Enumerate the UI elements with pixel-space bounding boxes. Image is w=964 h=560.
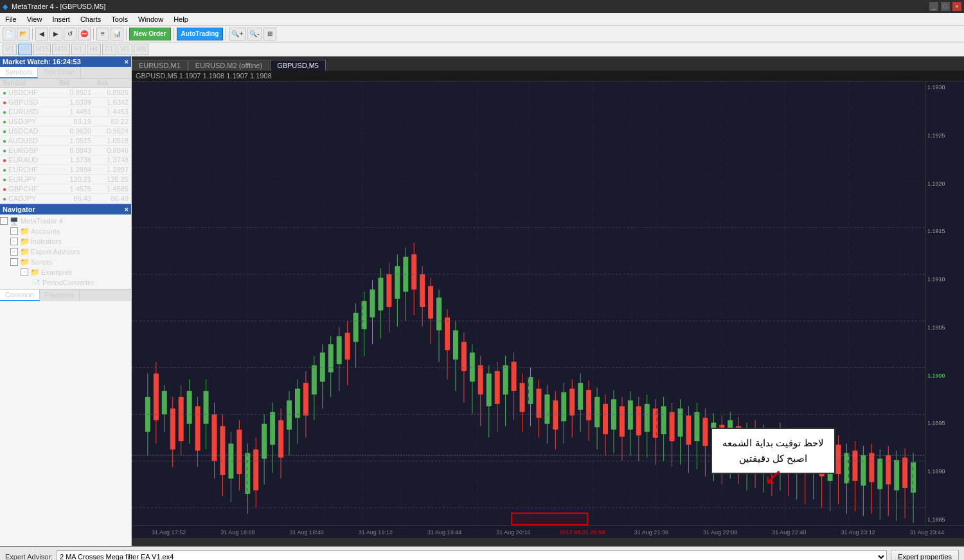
mw-bid: 1.4575 [57,184,94,194]
svg-rect-91 [512,362,517,390]
nav-tab-common[interactable]: Common [0,290,40,301]
market-watch-row[interactable]: ● EURGBP 0.8843 0.8846 [0,146,131,155]
menu-charts[interactable]: Charts [78,15,103,23]
market-watch-row[interactable]: ● EURAUD 1.3736 1.3748 [0,155,131,165]
svg-rect-109 [586,390,591,420]
maximize-button[interactable]: □ [941,2,950,11]
svg-rect-63 [395,266,400,299]
expert-properties-button[interactable]: Expert properties [891,550,959,560]
folder-icon-examples: 📁 [30,268,40,277]
tb-separator-4 [174,28,174,40]
chart-header: GBPUSD,M5 1.1907 1.1908 1.1907 1.1908 [132,71,964,82]
prop-button[interactable]: ≡ [96,28,109,40]
main-content: Market Watch: 16:24:53 × Symbols Tick Ch… [0,57,964,546]
tree-scripts[interactable]: - 📁 Scripts [0,257,131,267]
tf-d1[interactable]: D1 [102,44,116,55]
chart-tab-eurusd-m1[interactable]: EURUSD,M1 [132,60,188,71]
market-watch-row[interactable]: ● USDCHF 0.8921 0.8925 [0,88,131,98]
tf-w1[interactable]: W1 [118,44,132,55]
chart-tab-gbpusd-m5[interactable]: GBPUSD,M5 [270,60,326,71]
market-watch-row[interactable]: ● CADJPY 86.43 86.49 [0,194,131,204]
tf-m1[interactable]: M1 [3,44,17,55]
zoom-out-button[interactable]: 🔍- [247,28,262,40]
market-watch-row[interactable]: ● EURUSD 1.4451 1.4453 [0,107,131,117]
chart-scrollbar[interactable] [132,538,964,546]
tf-mn[interactable]: MN [134,44,149,55]
svg-rect-27 [245,453,250,494]
mw-symbol: ● AUDUSD [0,136,57,146]
market-watch-row[interactable]: ● AUDUSD 1.0515 1.0518 [0,136,131,146]
tf-h4[interactable]: H4 [87,44,101,55]
tree-root[interactable]: - 🖥️ MetaTrader 4 [0,216,131,226]
market-watch-row[interactable]: ● USDJPY 83.19 83.22 [0,117,131,127]
tree-expand-scripts[interactable]: - [10,258,18,266]
new-order-button[interactable]: New Order [129,28,171,40]
minimize-button[interactable]: _ [929,2,938,11]
chart-props-button[interactable]: ⊞ [263,28,276,40]
tree-indicators[interactable]: + 📁 Indicators [0,236,131,247]
svg-rect-85 [486,374,492,407]
folder-icon-scripts: 📁 [19,258,30,267]
autotrading-button[interactable]: AutoTrading [177,28,224,40]
tree-expand-root[interactable]: - [0,217,8,225]
time-label-2: 31 Aug 18:08 [203,529,272,536]
new-chart-button[interactable]: 📄 [3,28,15,40]
svg-rect-113 [603,404,608,434]
time-label-11: 31 Aug 23:44 [893,529,961,536]
mw-bid: 120.21 [57,175,94,184]
menu-help[interactable]: Help [171,15,191,23]
tree-expand-ea[interactable]: + [10,248,18,256]
tree-expand-examples[interactable]: + [21,268,28,276]
tree-root-label: MetaTrader 4 [21,217,63,225]
market-watch-row[interactable]: ● GBPCHF 1.4575 1.4585 [0,184,131,194]
mw-ask: 1.3748 [94,155,131,165]
tf-m15[interactable]: M15 [33,44,51,55]
market-watch-close[interactable]: × [125,58,129,66]
market-watch-row[interactable]: ● USDCAD 0.9620 0.9624 [0,127,131,136]
tf-m5[interactable]: M5 [18,44,32,55]
tree-period-converter[interactable]: 📄 PeriodConverter [0,277,131,288]
tf-m30[interactable]: M30 [52,44,69,55]
tf-h1[interactable]: H1 [71,44,85,55]
menu-view[interactable]: View [24,15,45,23]
indicator-button[interactable]: 📊 [111,28,123,40]
stop-button[interactable]: ⛔ [78,28,91,40]
window-controls: _ □ × [929,2,961,11]
nav-tab-favorites[interactable]: Favorites [40,290,80,301]
mw-bid: 1.2894 [57,165,94,175]
svg-rect-121 [636,407,641,435]
tree-expand-indicators[interactable]: + [10,238,18,245]
open-button[interactable]: 📂 [17,28,30,40]
forward-button[interactable]: ▶ [49,28,62,40]
tree-expand-accounts[interactable]: + [10,227,18,235]
tab-tick-chart[interactable]: Tick Chart [38,67,81,78]
menu-tools[interactable]: Tools [109,15,130,23]
tab-symbols[interactable]: Symbols [0,67,38,78]
chart-tab-eurusd-m2[interactable]: EURUSD,M2 (offline) [188,60,269,71]
mw-symbol: ● GBPCHF [0,184,57,194]
navigator-close[interactable]: × [125,206,129,213]
tree-examples[interactable]: + 📁 Examples [0,267,131,277]
refresh-button[interactable]: ↺ [64,28,76,40]
tree-accounts[interactable]: + 📁 Accounts [0,226,131,236]
back-button[interactable]: ◀ [35,28,48,40]
folder-icon-indicators: 📁 [19,237,30,246]
market-watch-row[interactable]: ● EURCHF 1.2894 1.2897 [0,165,131,175]
svg-rect-13 [187,391,192,424]
menu-file[interactable]: File [3,15,19,23]
svg-rect-59 [378,277,383,310]
time-label-8: 31 Aug 22:08 [686,529,754,536]
title-text: MetaTrader 4 - [GBPUSD,M5] [12,3,105,10]
ea-dropdown[interactable]: 2 MA Crosses Mega filter EA V1.ex4 [57,550,887,560]
chart-canvas[interactable]: 1.1930 1.1925 1.1920 1.1915 1.1910 1.190… [132,82,964,525]
tooltip-line1: لاحظ توقيت بداية الشمعه [722,437,824,448]
tree-expert-advisors[interactable]: + 📁 Expert Advisors [0,247,131,257]
close-button[interactable]: × [952,2,961,11]
market-watch-row[interactable]: ● EURJPY 120.21 120.25 [0,175,131,184]
menu-insert[interactable]: Insert [49,15,73,23]
svg-rect-179 [877,459,882,489]
mw-symbol: ● USDCHF [0,88,57,98]
market-watch-row[interactable]: ● GBPUSD 1.6339 1.6342 [0,98,131,107]
zoom-in-button[interactable]: 🔍+ [229,28,245,40]
menu-window[interactable]: Window [136,15,166,23]
